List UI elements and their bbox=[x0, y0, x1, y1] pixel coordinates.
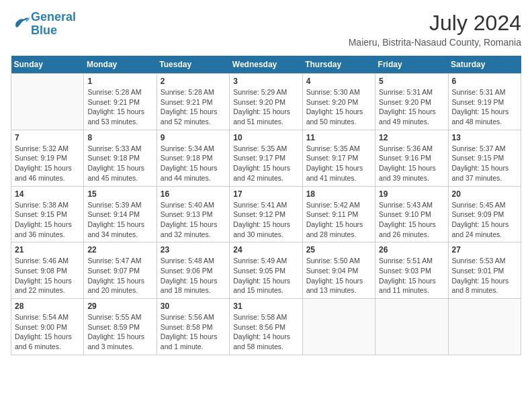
logo: General Blue bbox=[11, 11, 76, 38]
day-number: 27 bbox=[452, 245, 517, 255]
day-info: Sunrise: 5:55 AM Sunset: 8:59 PM Dayligh… bbox=[87, 312, 152, 352]
day-info: Sunrise: 5:32 AM Sunset: 9:19 PM Dayligh… bbox=[15, 144, 80, 183]
column-header-wednesday: Wednesday bbox=[230, 56, 302, 74]
day-headers-row: SundayMondayTuesdayWednesdayThursdayFrid… bbox=[11, 56, 521, 74]
calendar-cell: 23Sunrise: 5:48 AM Sunset: 9:06 PM Dayli… bbox=[157, 242, 229, 299]
day-info: Sunrise: 5:33 AM Sunset: 9:18 PM Dayligh… bbox=[87, 144, 152, 183]
day-number: 9 bbox=[161, 133, 226, 142]
day-info: Sunrise: 5:31 AM Sunset: 9:20 PM Dayligh… bbox=[379, 87, 444, 127]
calendar-body: 1Sunrise: 5:28 AM Sunset: 9:21 PM Daylig… bbox=[11, 74, 521, 355]
day-info: Sunrise: 5:30 AM Sunset: 9:20 PM Dayligh… bbox=[306, 87, 371, 127]
day-info: Sunrise: 5:49 AM Sunset: 9:05 PM Dayligh… bbox=[233, 256, 298, 295]
column-header-tuesday: Tuesday bbox=[157, 56, 229, 74]
day-number: 8 bbox=[87, 133, 152, 142]
day-number: 22 bbox=[87, 245, 152, 255]
day-info: Sunrise: 5:35 AM Sunset: 9:17 PM Dayligh… bbox=[233, 144, 298, 183]
day-number: 1 bbox=[87, 77, 152, 86]
day-info: Sunrise: 5:43 AM Sunset: 9:10 PM Dayligh… bbox=[379, 200, 444, 240]
calendar-cell: 30Sunrise: 5:56 AM Sunset: 8:58 PM Dayli… bbox=[157, 299, 229, 355]
calendar-cell: 5Sunrise: 5:31 AM Sunset: 9:20 PM Daylig… bbox=[375, 74, 448, 130]
day-number: 11 bbox=[306, 133, 371, 142]
column-header-friday: Friday bbox=[375, 56, 448, 74]
day-number: 6 bbox=[452, 77, 517, 86]
calendar-cell: 9Sunrise: 5:34 AM Sunset: 9:18 PM Daylig… bbox=[157, 130, 229, 186]
week-row-5: 28Sunrise: 5:54 AM Sunset: 9:00 PM Dayli… bbox=[11, 299, 521, 355]
day-number: 20 bbox=[452, 189, 517, 199]
day-number: 24 bbox=[233, 245, 298, 255]
day-info: Sunrise: 5:42 AM Sunset: 9:11 PM Dayligh… bbox=[306, 200, 371, 240]
column-header-monday: Monday bbox=[84, 56, 157, 74]
header: General Blue July 2024 Maieru, Bistrita-… bbox=[11, 11, 521, 48]
calendar-cell: 12Sunrise: 5:36 AM Sunset: 9:16 PM Dayli… bbox=[375, 130, 448, 186]
week-row-1: 1Sunrise: 5:28 AM Sunset: 9:21 PM Daylig… bbox=[11, 74, 521, 130]
calendar-table: SundayMondayTuesdayWednesdayThursdayFrid… bbox=[11, 56, 521, 355]
calendar-cell: 18Sunrise: 5:42 AM Sunset: 9:11 PM Dayli… bbox=[302, 186, 375, 242]
logo-bird-icon bbox=[12, 13, 31, 32]
day-number: 3 bbox=[233, 77, 298, 86]
calendar-cell: 17Sunrise: 5:41 AM Sunset: 9:12 PM Dayli… bbox=[230, 186, 302, 242]
calendar-cell: 31Sunrise: 5:58 AM Sunset: 8:56 PM Dayli… bbox=[230, 299, 302, 355]
calendar-cell: 29Sunrise: 5:55 AM Sunset: 8:59 PM Dayli… bbox=[84, 299, 157, 355]
calendar-cell: 16Sunrise: 5:40 AM Sunset: 9:13 PM Dayli… bbox=[157, 186, 229, 242]
day-info: Sunrise: 5:28 AM Sunset: 9:21 PM Dayligh… bbox=[87, 87, 152, 127]
day-info: Sunrise: 5:46 AM Sunset: 9:08 PM Dayligh… bbox=[15, 256, 80, 295]
day-number: 29 bbox=[87, 302, 152, 311]
week-row-4: 21Sunrise: 5:46 AM Sunset: 9:08 PM Dayli… bbox=[11, 242, 521, 299]
day-info: Sunrise: 5:50 AM Sunset: 9:04 PM Dayligh… bbox=[306, 256, 371, 295]
day-info: Sunrise: 5:36 AM Sunset: 9:16 PM Dayligh… bbox=[379, 144, 444, 183]
column-header-thursday: Thursday bbox=[302, 56, 375, 74]
day-number: 19 bbox=[379, 189, 444, 199]
calendar-cell: 28Sunrise: 5:54 AM Sunset: 9:00 PM Dayli… bbox=[11, 299, 84, 355]
day-info: Sunrise: 5:45 AM Sunset: 9:09 PM Dayligh… bbox=[452, 200, 517, 240]
calendar-cell: 4Sunrise: 5:30 AM Sunset: 9:20 PM Daylig… bbox=[302, 74, 375, 130]
week-row-2: 7Sunrise: 5:32 AM Sunset: 9:19 PM Daylig… bbox=[11, 130, 521, 186]
day-number: 4 bbox=[306, 77, 371, 86]
day-number: 25 bbox=[306, 245, 371, 255]
day-number: 16 bbox=[161, 189, 226, 199]
calendar-cell: 2Sunrise: 5:28 AM Sunset: 9:21 PM Daylig… bbox=[157, 74, 229, 130]
day-number: 23 bbox=[161, 245, 226, 255]
title-area: July 2024 Maieru, Bistrita-Nasaud County… bbox=[349, 11, 521, 48]
day-info: Sunrise: 5:53 AM Sunset: 9:01 PM Dayligh… bbox=[452, 256, 517, 295]
day-info: Sunrise: 5:41 AM Sunset: 9:12 PM Dayligh… bbox=[233, 200, 298, 240]
column-header-sunday: Sunday bbox=[11, 56, 84, 74]
day-number: 30 bbox=[161, 302, 226, 311]
calendar-cell: 24Sunrise: 5:49 AM Sunset: 9:05 PM Dayli… bbox=[230, 242, 302, 299]
day-info: Sunrise: 5:40 AM Sunset: 9:13 PM Dayligh… bbox=[161, 200, 226, 240]
day-info: Sunrise: 5:31 AM Sunset: 9:19 PM Dayligh… bbox=[452, 87, 517, 127]
day-number: 12 bbox=[379, 133, 444, 142]
calendar-cell: 3Sunrise: 5:29 AM Sunset: 9:20 PM Daylig… bbox=[230, 74, 302, 130]
day-number: 5 bbox=[379, 77, 444, 86]
calendar-cell: 15Sunrise: 5:39 AM Sunset: 9:14 PM Dayli… bbox=[84, 186, 157, 242]
calendar-cell: 26Sunrise: 5:51 AM Sunset: 9:03 PM Dayli… bbox=[375, 242, 448, 299]
day-number: 13 bbox=[452, 133, 517, 142]
day-number: 21 bbox=[15, 245, 80, 255]
day-number: 10 bbox=[233, 133, 298, 142]
calendar-cell: 11Sunrise: 5:35 AM Sunset: 9:17 PM Dayli… bbox=[302, 130, 375, 186]
day-info: Sunrise: 5:39 AM Sunset: 9:14 PM Dayligh… bbox=[87, 200, 152, 240]
calendar-cell: 27Sunrise: 5:53 AM Sunset: 9:01 PM Dayli… bbox=[448, 242, 521, 299]
day-info: Sunrise: 5:28 AM Sunset: 9:21 PM Dayligh… bbox=[161, 87, 226, 127]
day-info: Sunrise: 5:37 AM Sunset: 9:15 PM Dayligh… bbox=[452, 144, 517, 183]
calendar-cell: 13Sunrise: 5:37 AM Sunset: 9:15 PM Dayli… bbox=[448, 130, 521, 186]
calendar-cell bbox=[302, 299, 375, 355]
calendar-cell: 10Sunrise: 5:35 AM Sunset: 9:17 PM Dayli… bbox=[230, 130, 302, 186]
calendar-cell: 20Sunrise: 5:45 AM Sunset: 9:09 PM Dayli… bbox=[448, 186, 521, 242]
day-number: 26 bbox=[379, 245, 444, 255]
day-number: 14 bbox=[15, 189, 80, 199]
calendar-cell: 8Sunrise: 5:33 AM Sunset: 9:18 PM Daylig… bbox=[84, 130, 157, 186]
calendar-cell: 6Sunrise: 5:31 AM Sunset: 9:19 PM Daylig… bbox=[448, 74, 521, 130]
calendar-cell bbox=[375, 299, 448, 355]
day-number: 2 bbox=[161, 77, 226, 86]
day-number: 28 bbox=[15, 302, 80, 311]
day-number: 31 bbox=[233, 302, 298, 311]
day-info: Sunrise: 5:34 AM Sunset: 9:18 PM Dayligh… bbox=[161, 144, 226, 183]
day-number: 15 bbox=[87, 189, 152, 199]
calendar-cell bbox=[448, 299, 521, 355]
location-subtitle: Maieru, Bistrita-Nasaud County, Romania bbox=[349, 37, 521, 48]
day-info: Sunrise: 5:54 AM Sunset: 9:00 PM Dayligh… bbox=[15, 312, 80, 352]
column-header-saturday: Saturday bbox=[448, 56, 521, 74]
day-info: Sunrise: 5:47 AM Sunset: 9:07 PM Dayligh… bbox=[87, 256, 152, 295]
week-row-3: 14Sunrise: 5:38 AM Sunset: 9:15 PM Dayli… bbox=[11, 186, 521, 242]
day-info: Sunrise: 5:29 AM Sunset: 9:20 PM Dayligh… bbox=[233, 87, 298, 127]
